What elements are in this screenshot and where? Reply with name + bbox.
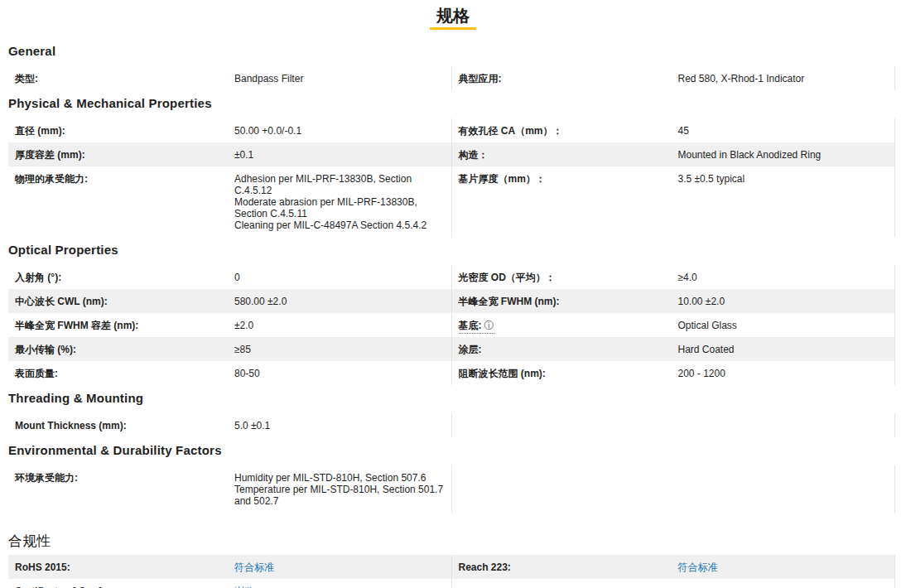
spec-value: 50.00 +0.0/-0.1 — [234, 118, 451, 142]
spec-value: ±2.0 — [234, 313, 451, 337]
certificate-view-link[interactable]: 浏览 — [234, 579, 451, 588]
spec-value: 10.00 ±2.0 — [678, 289, 895, 313]
section-physical-table: 直径 (mm): 50.00 +0.0/-0.1 有效孔径 CA（mm）： 45… — [8, 118, 895, 237]
spec-value: 80-50 — [234, 361, 451, 385]
spec-cell-fwhm-tolerance: 半峰全宽 FWHM 容差 (nm): ±2.0 — [8, 313, 452, 337]
table-row: RoHS 2015: 符合标准 Reach 223: 符合标准 — [8, 555, 895, 579]
spec-label: 半峰全宽 FWHM 容差 (nm): — [8, 313, 234, 337]
spec-label: 表面质量: — [8, 361, 234, 385]
table-row: 类型: Bandpass Filter 典型应用: Red 580, X-Rho… — [8, 66, 895, 90]
section-heading-threading: Threading & Mounting — [8, 391, 895, 405]
spec-label: 环境承受能力: — [8, 465, 234, 513]
spec-label: 入射角 (°): — [8, 265, 234, 289]
spec-cell-mount-thickness: Mount Thickness (mm): 5.0 ±0.1 — [8, 413, 452, 437]
spec-cell-empty — [452, 579, 896, 588]
spec-label: 类型: — [8, 66, 234, 90]
spec-label: 中心波长 CWL (nm): — [8, 289, 234, 313]
page-title: 规格 — [0, 7, 906, 25]
spec-label: 厚度容差 (mm): — [8, 142, 234, 166]
spec-label: 有效孔径 CA（mm）： — [452, 118, 678, 142]
spec-cell-blocking-range: 阻断波长范围 (nm): 200 - 1200 — [452, 361, 896, 385]
table-row: 环境承受能力: Humidity per MIL-STD-810H, Secti… — [8, 465, 895, 513]
section-heading-physical: Physical & Mechanical Properties — [8, 96, 895, 110]
section-threading-table: Mount Thickness (mm): 5.0 ±0.1 — [8, 413, 895, 437]
spec-value: ≥4.0 — [678, 265, 895, 289]
spec-cell-physical-durability: 物理的承受能力: Adhesion per MIL-PRF-13830B, Se… — [8, 166, 452, 237]
table-row: 中心波长 CWL (nm): 580.00 ±2.0 半峰全宽 FWHM (nm… — [8, 289, 895, 313]
table-row: 直径 (mm): 50.00 +0.0/-0.1 有效孔径 CA（mm）： 45 — [8, 118, 895, 142]
spec-label: 最小传输 (%): — [8, 337, 234, 361]
section-optical-table: 入射角 (°): 0 光密度 OD（平均）： ≥4.0 中心波长 CWL (nm… — [8, 265, 895, 385]
spec-value: Humidity per MIL-STD-810H, Section 507.6… — [234, 465, 451, 513]
spec-value: 45 — [678, 118, 895, 142]
spec-cell-clear-aperture: 有效孔径 CA（mm）： 45 — [452, 118, 896, 142]
spec-value: 5.0 ±0.1 — [234, 413, 451, 437]
title-accent-underline — [430, 27, 476, 30]
spec-value: 200 - 1200 — [678, 361, 895, 385]
spec-cell-type: 类型: Bandpass Filter — [8, 66, 452, 90]
spec-label: 构造： — [452, 142, 678, 166]
spec-cell-rohs: RoHS 2015: 符合标准 — [8, 555, 452, 579]
spec-label: 涂层: — [452, 337, 678, 361]
table-row: 表面质量: 80-50 阻断波长范围 (nm): 200 - 1200 — [8, 361, 895, 385]
spec-cell-substrate-thickness: 基片厚度（mm）： 3.5 ±0.5 typical — [452, 166, 896, 237]
reach-compliant-link[interactable]: 符合标准 — [678, 555, 895, 579]
spec-label: 基底: — [459, 320, 482, 331]
section-general-table: 类型: Bandpass Filter 典型应用: Red 580, X-Rho… — [8, 66, 895, 90]
spec-value: Optical Glass — [678, 313, 895, 337]
spec-cell-minimum-transmission: 最小传输 (%): ≥85 — [8, 337, 452, 361]
spec-label-with-tooltip: 基底:ⓘ — [452, 313, 678, 337]
spec-value: Mounted in Black Anodized Ring — [678, 142, 895, 166]
info-icon[interactable]: ⓘ — [484, 320, 494, 331]
spec-cell-surface-quality: 表面质量: 80-50 — [8, 361, 452, 385]
spec-label: 典型应用: — [452, 66, 678, 90]
spec-cell-diameter: 直径 (mm): 50.00 +0.0/-0.1 — [8, 118, 452, 142]
spec-value: 580.00 ±2.0 — [234, 289, 451, 313]
spec-cell-coating: 涂层: Hard Coated — [452, 337, 896, 361]
spec-value: Hard Coated — [678, 337, 895, 361]
spec-value: Bandpass Filter — [234, 66, 451, 90]
substrate-tooltip-label: 基底:ⓘ — [459, 320, 494, 334]
spec-cell-certificate-of-conformance: Certificate of Conformance: 浏览 — [8, 579, 452, 588]
spec-value: ≥85 — [234, 337, 451, 361]
page-header: 规格 — [0, 0, 906, 30]
table-row: Certificate of Conformance: 浏览 — [8, 579, 895, 588]
section-environmental-table: 环境承受能力: Humidity per MIL-STD-810H, Secti… — [8, 465, 895, 513]
section-heading-environmental: Environmental & Durability Factors — [8, 443, 895, 457]
table-row: 厚度容差 (mm): ±0.1 构造： Mounted in Black Ano… — [8, 142, 895, 166]
spec-label: 基片厚度（mm）： — [452, 166, 678, 237]
table-row: 半峰全宽 FWHM 容差 (nm): ±2.0 基底:ⓘ Optical Gla… — [8, 313, 895, 337]
spec-cell-environmental-durability: 环境承受能力: Humidity per MIL-STD-810H, Secti… — [8, 465, 452, 513]
spec-label: Reach 223: — [452, 555, 678, 579]
spec-value: ±0.1 — [234, 142, 451, 166]
table-row: 物理的承受能力: Adhesion per MIL-PRF-13830B, Se… — [8, 166, 895, 237]
rohs-compliant-link[interactable]: 符合标准 — [234, 555, 451, 579]
table-row: Mount Thickness (mm): 5.0 ±0.1 — [8, 413, 895, 437]
spec-cell-cwl: 中心波长 CWL (nm): 580.00 ±2.0 — [8, 289, 452, 313]
spec-cell-reach: Reach 223: 符合标准 — [452, 555, 896, 579]
section-heading-optical: Optical Properties — [8, 243, 895, 257]
section-compliance-table: RoHS 2015: 符合标准 Reach 223: 符合标准 Certific… — [8, 555, 895, 588]
spec-label: 直径 (mm): — [8, 118, 234, 142]
spec-cell-fwhm: 半峰全宽 FWHM (nm): 10.00 ±2.0 — [452, 289, 896, 313]
spec-label: 阻断波长范围 (nm): — [452, 361, 678, 385]
spec-label: 物理的承受能力: — [8, 166, 234, 237]
spec-label: Certificate of Conformance: — [8, 579, 234, 588]
spec-value: Adhesion per MIL-PRF-13830B, Section C.4… — [234, 166, 451, 237]
spec-value: 3.5 ±0.5 typical — [678, 166, 895, 237]
spec-cell-empty — [452, 413, 896, 437]
spec-cell-angle-of-incidence: 入射角 (°): 0 — [8, 265, 452, 289]
table-row: 入射角 (°): 0 光密度 OD（平均）： ≥4.0 — [8, 265, 895, 289]
spec-cell-typical-application: 典型应用: Red 580, X-Rhod-1 Indicator — [452, 66, 896, 90]
spec-label: Mount Thickness (mm): — [8, 413, 234, 437]
spec-value: 0 — [234, 265, 451, 289]
spec-label: 光密度 OD（平均）： — [452, 265, 678, 289]
table-row: 最小传输 (%): ≥85 涂层: Hard Coated — [8, 337, 895, 361]
spec-value: Red 580, X-Rhod-1 Indicator — [678, 66, 895, 90]
section-heading-general: General — [8, 44, 895, 58]
spec-cell-thickness-tolerance: 厚度容差 (mm): ±0.1 — [8, 142, 452, 166]
spec-cell-optical-density: 光密度 OD（平均）： ≥4.0 — [452, 265, 896, 289]
spec-label: 半峰全宽 FWHM (nm): — [452, 289, 678, 313]
section-heading-compliance: 合规性 — [8, 534, 895, 548]
spec-label: RoHS 2015: — [8, 555, 234, 579]
